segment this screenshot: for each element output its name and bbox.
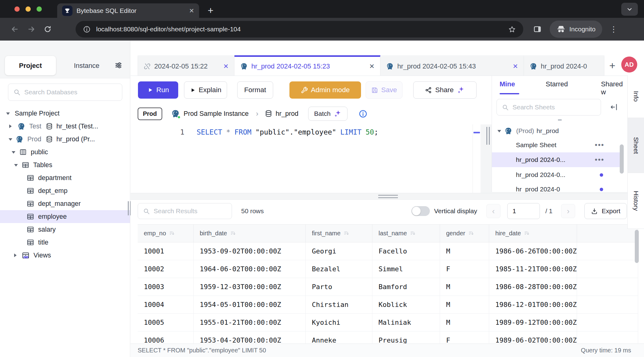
site-info-icon[interactable] bbox=[83, 26, 91, 33]
new-browser-tab-button[interactable]: + bbox=[208, 4, 214, 17]
add-sheet-button[interactable]: + bbox=[609, 61, 615, 70]
sheet-tab-4[interactable]: hr_prod 2024-0 bbox=[524, 55, 604, 76]
results-resize-bar[interactable] bbox=[131, 193, 644, 200]
caret-down-icon[interactable] bbox=[497, 130, 501, 134]
table-row[interactable]: 100011953-09-02T00:00:00ZGeorgiFacelloM1… bbox=[138, 242, 638, 260]
tree-item-table-title[interactable]: title bbox=[0, 236, 130, 249]
sheet-item-clipped[interactable]: hr_prod 2024-0 bbox=[492, 182, 623, 192]
sheet-list-scrollbar[interactable] bbox=[620, 144, 624, 174]
browser-tab[interactable]: Bytebase SQL Editor ✕ bbox=[57, 3, 199, 18]
window-zoom-light[interactable] bbox=[37, 6, 42, 12]
column-header[interactable]: gender bbox=[440, 225, 489, 242]
column-header[interactable]: first_name bbox=[306, 225, 372, 242]
sort-icon[interactable] bbox=[169, 230, 175, 236]
tree-item-hr-test[interactable]: Test hr_test (Test... bbox=[0, 120, 130, 133]
caret-down-icon[interactable] bbox=[6, 112, 10, 117]
more-options-icon[interactable]: ••• bbox=[595, 155, 604, 164]
sort-icon[interactable] bbox=[344, 230, 349, 236]
info-icon[interactable] bbox=[359, 109, 367, 118]
sort-icon[interactable] bbox=[524, 230, 530, 236]
table-row-clipped[interactable]: 100061953-04-20T00:00:00ZAnnekePreusigF1… bbox=[138, 332, 638, 343]
share-button[interactable]: Share bbox=[413, 81, 477, 99]
search-sheets-input[interactable] bbox=[512, 104, 596, 111]
sort-icon[interactable] bbox=[230, 230, 236, 236]
caret-down-icon[interactable] bbox=[9, 138, 12, 143]
sheet-item[interactable]: hr_prod 2024-0... bbox=[492, 168, 623, 182]
sheet-tab-1[interactable]: 2024-02-05 15:22 ✕ bbox=[138, 55, 234, 76]
window-minimize-light[interactable] bbox=[26, 6, 31, 12]
filter-sliders-icon[interactable] bbox=[114, 61, 123, 69]
search-databases-field[interactable] bbox=[8, 84, 122, 101]
vertical-tab-history[interactable]: History bbox=[628, 173, 644, 229]
search-results-field[interactable] bbox=[138, 203, 232, 219]
tree-item-table-dept-emp[interactable]: dept_emp bbox=[0, 184, 130, 197]
table-row[interactable]: 100041954-05-01T00:00:00ZChirstianKoblic… bbox=[138, 296, 638, 314]
database-name[interactable]: hr_prod bbox=[276, 110, 298, 118]
editor-minimap[interactable] bbox=[473, 124, 481, 193]
sheet-group-hr-prod[interactable]: (Prod) hr_prod bbox=[492, 124, 623, 138]
more-options-icon[interactable]: ••• bbox=[595, 141, 604, 149]
search-results-input[interactable] bbox=[154, 207, 227, 215]
caret-down-icon[interactable] bbox=[14, 164, 18, 168]
tree-item-table-salary[interactable]: salary bbox=[0, 223, 130, 236]
tab-search-chevron-button[interactable] bbox=[621, 3, 638, 16]
instance-name[interactable]: Prod Sample Instance bbox=[184, 110, 249, 118]
next-page-button[interactable]: › bbox=[561, 204, 575, 218]
caret-down-icon[interactable] bbox=[12, 151, 15, 155]
bookmark-star-icon[interactable] bbox=[508, 26, 516, 33]
tree-item-table-employee-selected[interactable]: employee bbox=[0, 210, 130, 223]
sort-icon[interactable] bbox=[410, 230, 416, 236]
column-header[interactable]: last_name bbox=[372, 225, 440, 242]
side-panel-icon[interactable] bbox=[533, 25, 542, 33]
batch-button[interactable]: Batch bbox=[308, 107, 348, 121]
reload-icon[interactable] bbox=[44, 25, 52, 33]
tab-starred[interactable]: Starred bbox=[546, 80, 568, 88]
tab-project[interactable]: Project bbox=[5, 56, 56, 75]
table-row[interactable]: 100051955-01-21T00:00:00ZKyoichiMaliniak… bbox=[138, 314, 638, 332]
column-header[interactable]: birth_date bbox=[194, 225, 306, 242]
table-scrollbar[interactable] bbox=[635, 230, 639, 263]
column-header[interactable]: emp_no bbox=[138, 225, 194, 242]
url-bar[interactable]: localhost:8080/sql-editor/sheet/project-… bbox=[76, 21, 523, 37]
admin-mode-button[interactable]: Admin mode bbox=[289, 81, 361, 99]
close-icon[interactable]: ✕ bbox=[512, 63, 518, 70]
close-icon[interactable]: ✕ bbox=[223, 63, 229, 70]
tab-instance[interactable]: Instance bbox=[65, 56, 108, 75]
sheet-tab-3[interactable]: hr_prod 2024-02-05 15:43 ✕ bbox=[380, 55, 524, 76]
tree-item-project[interactable]: Sample Project bbox=[0, 107, 130, 120]
forward-icon[interactable] bbox=[27, 25, 36, 33]
export-button[interactable]: Export bbox=[584, 203, 627, 219]
tree-item-schema-public[interactable]: public bbox=[0, 146, 130, 159]
prev-page-button[interactable]: ‹ bbox=[486, 204, 501, 218]
user-avatar[interactable]: AD bbox=[621, 57, 637, 73]
tab-mine[interactable]: Mine bbox=[500, 80, 515, 88]
close-icon[interactable]: ✕ bbox=[369, 63, 375, 70]
drag-handle[interactable] bbox=[378, 195, 398, 200]
save-button[interactable]: Save bbox=[366, 81, 402, 99]
sheet-item[interactable]: Sample Sheet ••• bbox=[492, 138, 623, 152]
collapse-panel-icon[interactable] bbox=[610, 103, 618, 111]
back-icon[interactable] bbox=[10, 25, 19, 33]
vertical-display-toggle[interactable] bbox=[411, 206, 430, 216]
browser-tab-close-icon[interactable]: ✕ bbox=[189, 7, 194, 14]
sort-icon[interactable] bbox=[468, 230, 474, 236]
explain-button[interactable]: Explain bbox=[184, 81, 227, 99]
vertical-tab-info[interactable]: Info bbox=[628, 75, 644, 118]
caret-right-icon[interactable] bbox=[14, 253, 18, 257]
search-sheets-field[interactable] bbox=[497, 99, 601, 116]
panel-resize-handle[interactable] bbox=[486, 127, 490, 145]
tree-item-table-department[interactable]: department bbox=[0, 171, 130, 184]
tree-item-tables-group[interactable]: Tables bbox=[0, 159, 130, 171]
caret-right-icon[interactable] bbox=[9, 124, 14, 128]
sheet-item-selected[interactable]: hr_prod 2024-0... ••• bbox=[492, 152, 623, 167]
sheet-tab-2-active[interactable]: hr_prod 2024-02-05 15:23 ✕ bbox=[234, 55, 380, 76]
tree-item-hr-prod[interactable]: Prod hr_prod (Pr... bbox=[0, 133, 130, 146]
table-row[interactable]: 100021964-06-02T00:00:00ZBezalelSimmelF1… bbox=[138, 260, 638, 278]
vertical-tab-sheet[interactable]: Sheet bbox=[628, 118, 644, 173]
tree-item-views-group[interactable]: Views bbox=[0, 249, 130, 262]
run-button[interactable]: Run bbox=[138, 81, 178, 99]
table-row[interactable]: 100031959-12-03T00:00:00ZPartoBamfordM19… bbox=[138, 278, 638, 296]
format-button[interactable]: Format bbox=[237, 81, 273, 99]
tab-shared[interactable]: Shared w bbox=[601, 80, 627, 96]
column-header[interactable]: hire_date bbox=[489, 225, 577, 242]
